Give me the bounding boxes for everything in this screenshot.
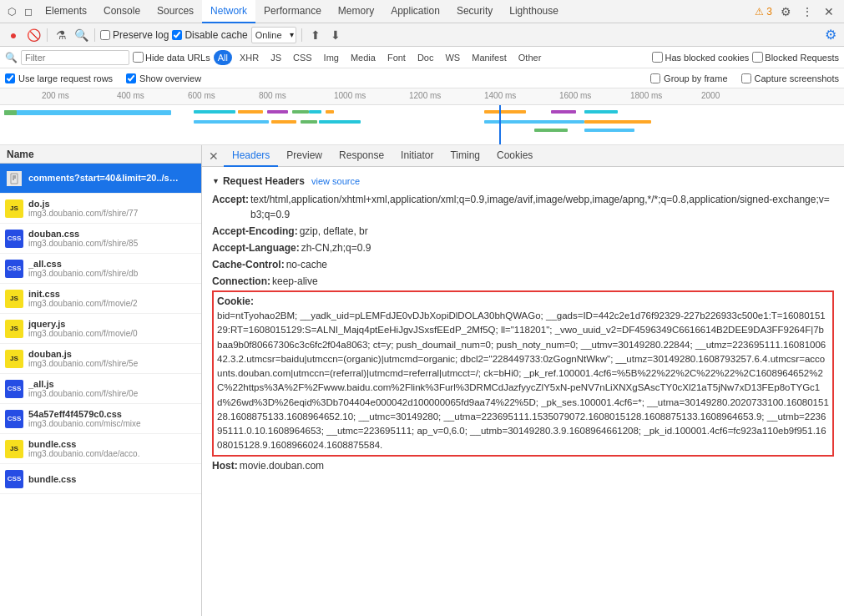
- settings-icon[interactable]: ⚙: [777, 3, 794, 20]
- main-split: Name comments?start=40&limit=20../subjec…: [0, 145, 844, 616]
- download-icon[interactable]: ⬇: [327, 27, 344, 43]
- request-item-7[interactable]: JS douban.js img3.doubanio.com/f/shire/5…: [0, 344, 201, 374]
- group-by-frame-option[interactable]: Group by frame: [650, 73, 727, 83]
- tl-bar-7: [309, 110, 321, 114]
- req-name-8: _all.js: [28, 379, 138, 389]
- tab-application[interactable]: Application: [382, 0, 448, 23]
- filter-manifest-btn[interactable]: Manifest: [467, 50, 511, 65]
- detail-tab-response[interactable]: Response: [331, 145, 392, 167]
- detail-tab-cookies[interactable]: Cookies: [488, 145, 541, 167]
- request-item-4[interactable]: CSS _all.css img3.doubanio.com/f/shire/d…: [0, 254, 201, 284]
- filter-font-btn[interactable]: Font: [383, 50, 410, 65]
- req-icon-js-10: JS: [5, 440, 23, 458]
- filter-css-btn[interactable]: CSS: [289, 50, 316, 65]
- network-toolbar: ● 🚫 ⚗ 🔍 Preserve log Disable cache Onlin…: [0, 23, 844, 47]
- request-item-8[interactable]: CSS _all.js img3.doubanio.com/f/shire/0e: [0, 374, 201, 404]
- detail-tab-initiator[interactable]: Initiator: [392, 145, 442, 167]
- req-text-1: comments?start=40&limit=20../subject/264…: [28, 172, 183, 184]
- filter-ws-btn[interactable]: WS: [441, 50, 464, 65]
- detail-tab-headers[interactable]: Headers: [224, 145, 278, 167]
- tab-performance[interactable]: Performance: [255, 0, 330, 23]
- ruler-mark-7: 1400 ms: [484, 91, 516, 100]
- upload-icon[interactable]: ⬆: [307, 27, 324, 43]
- network-settings-icon[interactable]: ⚙: [822, 27, 839, 43]
- tl-bar-18: [584, 120, 651, 124]
- tl-bar-10: [271, 120, 296, 124]
- filter-input[interactable]: [21, 50, 129, 65]
- hide-data-urls-checkbox[interactable]: Hide data URLs: [133, 52, 210, 63]
- tab-memory[interactable]: Memory: [330, 0, 382, 23]
- req-icon-js-7: JS: [5, 350, 23, 368]
- tab-elements[interactable]: Elements: [37, 0, 95, 23]
- show-overview-option[interactable]: Show overview: [126, 73, 201, 83]
- filter-img-btn[interactable]: Img: [320, 50, 343, 65]
- header-value-host: movie.douban.com: [240, 458, 324, 473]
- record-button[interactable]: ●: [5, 27, 22, 43]
- detail-tab-timing[interactable]: Timing: [442, 145, 488, 167]
- devtools-resize-icon[interactable]: ⬡: [3, 3, 20, 20]
- request-item-11[interactable]: CSS bundle.css: [0, 464, 201, 494]
- disable-cache-checkbox[interactable]: Disable cache: [172, 29, 247, 41]
- request-item-10[interactable]: JS bundle.css img3.doubanio.com/dae/acco…: [0, 434, 201, 464]
- clear-button[interactable]: 🚫: [25, 27, 42, 43]
- header-row-cache: Cache-Control: no-cache: [212, 257, 834, 272]
- header-row-accept: Accept: text/html,application/xhtml+xml,…: [212, 192, 834, 222]
- ruler-mark-6: 1200 ms: [409, 91, 441, 100]
- request-item-5[interactable]: JS init.css img3.doubanio.com/f/movie/2: [0, 284, 201, 314]
- timeline-inner: [0, 105, 844, 145]
- tl-bar-19: [584, 129, 634, 132]
- detail-close-button[interactable]: ✕: [204, 145, 224, 167]
- filter-other-btn[interactable]: Other: [514, 50, 546, 65]
- filter-button[interactable]: ⚗: [53, 27, 69, 43]
- request-item-6[interactable]: JS jquery.js img3.doubanio.com/f/movie/0: [0, 314, 201, 344]
- tl-bar-15: [534, 129, 568, 132]
- timeline-container: 200 ms 400 ms 600 ms 800 ms 1000 ms 1200…: [0, 88, 844, 145]
- req-url-8: img3.doubanio.com/f/shire/0e: [28, 389, 138, 398]
- request-item-2[interactable]: JS do.js img3.doubanio.com/f/shire/77: [0, 194, 201, 224]
- view-source-link[interactable]: view source: [311, 176, 360, 186]
- req-text-5: init.css img3.doubanio.com/f/movie/2: [28, 289, 138, 308]
- tl-bar-3: [194, 110, 235, 114]
- tab-sources[interactable]: Sources: [149, 0, 202, 23]
- use-large-rows-option[interactable]: Use large request rows: [5, 73, 113, 83]
- req-icon-css-11: CSS: [5, 470, 23, 488]
- header-row-host: Host: movie.douban.com: [212, 458, 834, 473]
- has-blocked-cookies-checkbox[interactable]: Has blocked cookies: [652, 52, 749, 63]
- header-key-cookie: Cookie:: [217, 294, 254, 309]
- tab-network[interactable]: Network: [202, 0, 255, 23]
- req-name-5: init.css: [28, 289, 138, 299]
- throttle-select-wrap[interactable]: Online: [251, 27, 296, 43]
- req-url-6: img3.doubanio.com/f/movie/0: [28, 329, 138, 338]
- request-item-3[interactable]: CSS douban.css img3.doubanio.com/f/shire…: [0, 224, 201, 254]
- search-button[interactable]: 🔍: [73, 27, 89, 43]
- req-url-10: img3.doubanio.com/dae/acco.: [28, 449, 139, 458]
- filter-media-btn[interactable]: Media: [346, 50, 380, 65]
- filter-all-btn[interactable]: All: [214, 50, 232, 65]
- options-row: Use large request rows Show overview Gro…: [0, 68, 844, 88]
- close-devtools-icon[interactable]: ✕: [821, 3, 837, 20]
- request-item-1[interactable]: comments?start=40&limit=20../subject/264…: [0, 164, 201, 194]
- capture-screenshots-option[interactable]: Capture screenshots: [741, 73, 840, 83]
- more-options-icon[interactable]: ⋮: [799, 3, 816, 20]
- devtools-inspect-icon[interactable]: ◻: [20, 3, 37, 20]
- request-item-9[interactable]: CSS 54a57eff4f4579c0.css img3.doubanio.c…: [0, 404, 201, 434]
- blocked-requests-checkbox[interactable]: Blocked Requests: [752, 52, 839, 63]
- header-key-cache: Cache-Control:: [212, 257, 285, 272]
- preserve-log-checkbox[interactable]: Preserve log: [100, 29, 169, 41]
- tab-security[interactable]: Security: [448, 0, 501, 23]
- ruler-mark-1: 200 ms: [42, 91, 69, 100]
- filter-doc-btn[interactable]: Doc: [413, 50, 438, 65]
- filter-row: 🔍 Hide data URLs All XHR JS CSS Img Medi…: [0, 47, 844, 68]
- req-icon-doc-1: [5, 169, 23, 188]
- tl-bar-4: [238, 110, 263, 114]
- throttle-select[interactable]: Online: [251, 27, 296, 43]
- filter-js-btn[interactable]: JS: [266, 50, 286, 65]
- warning-badge: ⚠ 3: [755, 6, 772, 18]
- tl-bar-9: [194, 120, 269, 124]
- req-icon-css-8: CSS: [5, 380, 23, 398]
- filter-xhr-btn[interactable]: XHR: [235, 50, 263, 65]
- detail-tab-preview[interactable]: Preview: [278, 145, 331, 167]
- devtools-tab-bar: ⬡ ◻ Elements Console Sources Network Per…: [0, 0, 844, 23]
- tab-lighthouse[interactable]: Lighthouse: [501, 0, 567, 23]
- tab-console[interactable]: Console: [95, 0, 149, 23]
